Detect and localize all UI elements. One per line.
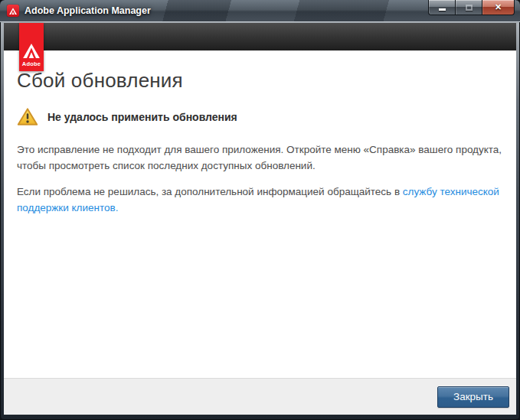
maximize-button (455, 0, 482, 15)
titlebar[interactable]: Adobe Application Manager ✕ (0, 0, 520, 22)
dialog-surface: Сбой обновления Не удалось применить обн (4, 50, 516, 415)
application-window: Adobe Application Manager ✕ Adobe Сбой о… (0, 0, 520, 420)
titlebar-left: Adobe Application Manager (7, 0, 151, 21)
adobe-logo-word: Adobe (22, 60, 41, 67)
message-paragraph-1: Это исправление не подходит для вашего п… (17, 142, 511, 174)
minimize-button[interactable] (428, 0, 455, 15)
adobe-logo-tab: Adobe (19, 23, 44, 71)
maximize-icon (466, 5, 473, 11)
adobe-app-icon (7, 5, 19, 17)
paragraph-2-text: Если проблема не решилась, за дополнител… (17, 186, 403, 197)
page-title: Сбой обновления (17, 69, 503, 93)
minimize-icon (439, 8, 446, 11)
close-window-button[interactable]: ✕ (482, 0, 515, 15)
close-dialog-button[interactable]: Закрыть (437, 386, 509, 408)
alert-row: Не удалось применить обновления (17, 107, 503, 126)
warning-icon (17, 107, 38, 126)
adobe-logo-icon (23, 44, 40, 58)
dialog-footer: Закрыть (4, 378, 516, 415)
alert-title: Не удалось применить обновления (47, 111, 237, 123)
message-paragraph-2: Если проблема не решилась, за дополнител… (17, 184, 511, 216)
brand-band (4, 23, 516, 50)
window-title: Adobe Application Manager (25, 5, 151, 16)
dialog-content: Сбой обновления Не удалось применить обн (4, 50, 516, 378)
window-controls: ✕ (428, 0, 515, 15)
adobe-a-glyph (9, 8, 17, 15)
close-icon: ✕ (495, 3, 502, 11)
